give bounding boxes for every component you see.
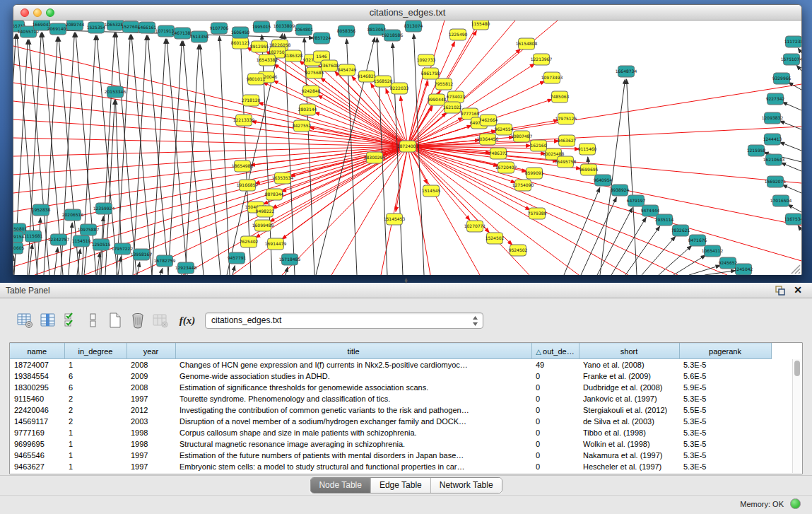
citation-edge-black[interactable] [118,257,121,275]
select-rows-icon[interactable] [62,311,81,329]
network-node-teal[interactable]: 1606450 [231,27,250,38]
network-node-teal[interactable]: 16033809 [273,21,295,32]
table-cell[interactable]: Yano et al. (2008) [579,359,679,370]
table-cell[interactable]: 5.6E-5 [679,370,771,382]
table-cell[interactable]: 2008 [126,359,175,370]
network-node-yellow[interactable]: 18300295 [364,152,386,163]
network-node-teal[interactable]: 2935114 [655,214,674,226]
table-cell[interactable]: Nakamura et al. (1997) [579,450,679,461]
network-node-yellow[interactable]: 2803144 [298,104,317,115]
table-cell[interactable]: 5.3E-5 [679,416,771,427]
network-node-yellow[interactable]: 9115460 [578,144,597,155]
network-node-yellow[interactable]: 9990448 [428,94,447,105]
network-node-yellow[interactable]: 1155480 [471,21,490,30]
network-node-teal[interactable]: 2320605 [13,243,25,254]
table-row[interactable]: 1872400712008Changes of HCN gene express… [10,359,771,370]
table-cell[interactable]: 9465546 [10,450,64,461]
network-node-yellow[interactable]: 10270771 [464,221,486,232]
table-cell[interactable]: 1997 [126,450,175,461]
table-row[interactable]: 1938455462009Genome-wide association stu… [10,370,771,382]
network-node-yellow[interactable]: 16154808 [516,38,538,49]
network-node-teal[interactable]: 20153346 [105,86,126,98]
table-cell[interactable]: Tibbo et al. (1998) [579,427,679,438]
table-cell[interactable]: Stergiakouli et al. (2012) [579,404,679,416]
column-header-pagerank[interactable]: pagerank [679,344,771,359]
network-node-teal[interactable]: 9227342 [766,93,785,105]
table-cell[interactable]: 5.3E-5 [679,461,771,472]
citation-edge-black[interactable] [160,269,163,275]
network-node-teal[interactable]: 15718485 [279,254,301,265]
network-node-yellow[interactable]: 15145453 [384,214,406,225]
table-cell[interactable]: 1 [64,438,126,450]
citation-edge-black[interactable] [782,102,801,110]
table-cell[interactable]: 0 [531,461,579,472]
citation-edge-black[interactable] [779,142,801,151]
network-node-teal[interactable]: 1525354 [87,22,106,33]
table-cell[interactable]: 9699695 [10,438,64,450]
network-node-yellow[interactable]: 7486372 [489,148,508,159]
network-node-yellow[interactable]: 2718120 [242,95,261,106]
table-cell[interactable]: 1 [64,450,126,461]
table-cell[interactable]: 6 [64,370,126,382]
network-node-teal[interactable]: 12342757 [48,234,70,245]
table-cell[interactable]: 9115460 [10,393,64,404]
close-panel-icon[interactable]: ✕ [794,284,802,296]
network-node-teal[interactable]: 1117238 [784,36,801,47]
network-node-yellow[interactable]: 9801011 [247,74,266,85]
table-cell[interactable]: 1998 [126,427,175,438]
network-node-teal[interactable]: 9457791 [228,252,247,264]
network-node-teal[interactable]: 9640954 [594,175,613,186]
network-node-teal[interactable]: 12359924 [93,203,115,214]
network-node-teal[interactable]: 10975887 [78,224,100,235]
table-cell[interactable]: 0 [531,427,579,438]
network-node-teal[interactable]: 6479197 [627,195,646,206]
table-cell[interactable]: 19384554 [10,370,64,382]
citation-edge-red[interactable] [408,127,801,146]
network-node-teal[interactable]: 7857224 [312,33,331,44]
network-node-teal[interactable]: 1995015 [252,21,271,33]
network-node-yellow[interactable]: 16720407 [495,162,517,173]
network-node-yellow[interactable]: 10807487 [511,131,533,142]
table-cell[interactable]: 9463627 [10,461,64,472]
table-cell[interactable]: 1998 [126,438,175,450]
table-row[interactable]: 1830029562008Estimation of significance … [10,382,771,393]
tab-network-table[interactable]: Network Table [431,478,502,493]
table-cell[interactable]: 1997 [126,393,175,404]
table-cell[interactable]: 2003 [126,416,175,427]
network-node-yellow[interactable]: 6734023 [447,91,466,103]
network-node-yellow[interactable]: 16495758 [555,156,577,168]
table-cell[interactable]: Structural magnetic resonance image aver… [175,438,531,450]
table-cell[interactable]: 5.3E-5 [679,393,771,404]
network-node-yellow[interactable]: 162160 [531,140,547,151]
citation-edge-red[interactable] [13,146,408,156]
table-cell[interactable]: 2 [64,393,126,404]
network-node-yellow[interactable]: 8912955 [250,41,269,52]
network-node-teal[interactable]: 8938924 [611,185,630,196]
network-node-yellow[interactable]: 12213339 [233,115,255,126]
table-cell[interactable]: Jankovic et al. (1997) [579,393,679,404]
function-builder-icon[interactable]: f(x) [175,311,199,329]
table-row[interactable]: 969969511998Structural magnetic resonanc… [10,438,771,450]
table-cell[interactable]: 1 [64,461,126,472]
table-cell[interactable]: 2009 [126,370,175,382]
table-cell[interactable]: 0 [531,450,579,461]
table-cell[interactable]: de Silva et al. (2003) [579,416,679,427]
citation-edge-black[interactable] [219,36,230,275]
table-cell[interactable]: 22420046 [10,404,64,416]
table-cell[interactable]: Embryonic stem cells: a model to study s… [175,461,531,472]
table-cell[interactable]: 14569117 [10,416,64,427]
table-cell[interactable]: 2 [64,416,126,427]
network-node-yellow[interactable]: 16353534 [272,173,294,184]
network-node-yellow[interactable]: 9498222 [256,206,275,217]
network-node-teal[interactable]: 9329966 [772,73,792,84]
network-node-teal[interactable]: 8471676 [688,235,707,246]
network-node-teal[interactable]: 8058356 [337,25,356,37]
table-row[interactable]: 977716911998Corpus callosum shape and si… [10,427,771,438]
table-cell[interactable]: 5.9E-5 [679,382,771,393]
citation-edge-black[interactable] [148,35,168,275]
table-cell[interactable]: 0 [531,382,579,393]
table-cell[interactable]: 49 [531,359,579,370]
network-node-teal[interactable]: 1167534 [784,214,801,225]
table-row[interactable]: 911546021997Tourette syndrome. Phenomeno… [10,393,771,404]
network-node-teal[interactable]: 19218586 [382,30,404,41]
